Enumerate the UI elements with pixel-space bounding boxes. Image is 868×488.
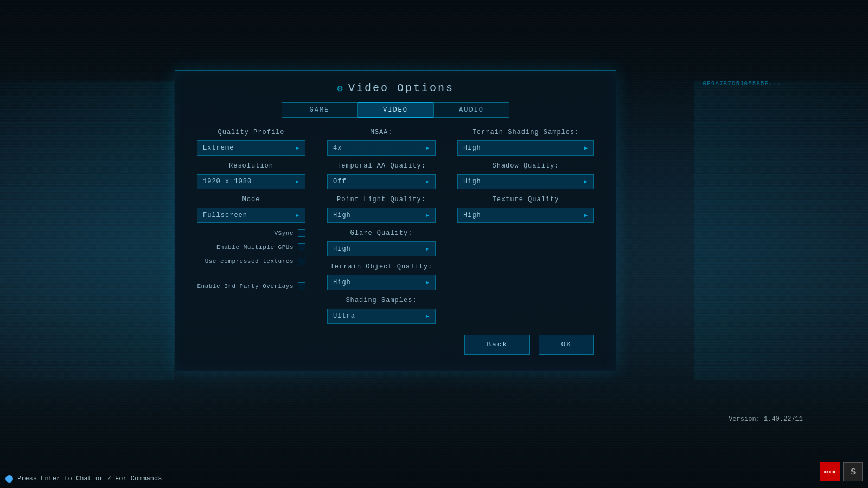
quality-profile-value: Extreme [203, 144, 234, 152]
resolution-arrow: ▶ [296, 178, 299, 185]
msaa-value: 4x [333, 144, 342, 152]
chat-indicator [5, 475, 13, 483]
video-options-dialog: ⚙ Video Options GAME VIDEO AUDIO Quality… [175, 70, 616, 371]
terrain-object-value: High [333, 279, 351, 286]
gs-logo: 𝕊 [843, 462, 863, 481]
texture-quality-value: High [463, 211, 481, 219]
chat-bar: Press Enter to Chat or / For Commands [5, 475, 162, 483]
terrain-object-arrow: ▶ [426, 279, 430, 286]
point-light-dropdown[interactable]: High ▶ [327, 208, 436, 223]
third-party-overlays-label: Enable 3rd Party Overlays [197, 283, 293, 290]
terrain-shading-dropdown[interactable]: High ▶ [457, 140, 594, 156]
shading-samples-arrow: ▶ [426, 313, 430, 319]
third-party-overlays-row: Enable 3rd Party Overlays [197, 282, 305, 290]
vsync-checkbox[interactable] [298, 229, 305, 237]
temporal-aa-value: Off [333, 178, 347, 185]
background-right-fx [694, 81, 868, 380]
msaa-arrow: ▶ [426, 145, 430, 151]
ok-button[interactable]: OK [539, 335, 594, 355]
shading-samples-dropdown[interactable]: Ultra ▶ [327, 309, 436, 324]
glare-dropdown[interactable]: High ▶ [327, 241, 436, 256]
dialog-content: Quality Profile Extreme ▶ Resolution 192… [175, 129, 616, 330]
terrain-shading-value: High [463, 144, 481, 152]
shadow-quality-dropdown[interactable]: High ▶ [457, 174, 594, 189]
glare-label: Glare Quality: [327, 229, 436, 237]
version-text: Version: 1.40.22711 [729, 415, 803, 423]
terrain-shading-label: Terrain Shading Samples: [457, 129, 594, 136]
shadow-quality-label: Shadow Quality: [457, 162, 594, 170]
dialog-header: ⚙ Video Options [175, 71, 616, 102]
shadow-quality-arrow: ▶ [584, 178, 588, 185]
quality-profile-label: Quality Profile [197, 129, 305, 136]
shading-samples-value: Ultra [333, 312, 355, 320]
third-party-overlays-checkbox[interactable] [298, 282, 305, 290]
logo-area: OXIDE 𝕊 [820, 462, 863, 481]
msaa-dropdown[interactable]: 4x ▶ [327, 140, 436, 156]
action-bar: Back OK [464, 335, 594, 355]
dialog-title: Video Options [348, 82, 454, 94]
mode-dropdown[interactable]: Fullscreen ▶ [197, 208, 305, 223]
middle-panel: MSAA: 4x ▶ Temporal AA Quality: Off ▶ Po… [327, 129, 436, 330]
compressed-textures-checkbox[interactable] [298, 258, 305, 265]
shading-samples-label: Shading Samples: [327, 297, 436, 304]
texture-quality-arrow: ▶ [584, 212, 588, 219]
multi-gpu-label: Enable Multiple GPUs [216, 244, 293, 251]
texture-quality-dropdown[interactable]: High ▶ [457, 208, 594, 223]
tab-audio[interactable]: AUDIO [433, 102, 509, 118]
back-button[interactable]: Back [464, 335, 530, 355]
quality-profile-arrow: ▶ [296, 145, 299, 151]
texture-quality-label: Texture Quality [457, 196, 594, 203]
temporal-aa-label: Temporal AA Quality: [327, 162, 436, 170]
tab-game[interactable]: GAME [282, 102, 358, 118]
tab-video[interactable]: VIDEO [358, 102, 433, 118]
msaa-label: MSAA: [327, 129, 436, 136]
mode-arrow: ▶ [296, 212, 299, 219]
oxide-logo: OXIDE [820, 462, 840, 481]
vsync-label: VSync [274, 230, 293, 236]
compressed-textures-row: Use compressed textures [197, 258, 305, 265]
glare-value: High [333, 245, 351, 253]
mode-value: Fullscreen [203, 211, 247, 219]
resolution-label: Resolution [197, 162, 305, 170]
resolution-dropdown[interactable]: 1920 x 1080 ▶ [197, 174, 305, 189]
vsync-row: VSync [197, 229, 305, 237]
resolution-value: 1920 x 1080 [203, 178, 252, 185]
tab-bar: GAME VIDEO AUDIO [282, 102, 509, 118]
temporal-aa-arrow: ▶ [426, 178, 430, 185]
shadow-quality-value: High [463, 178, 481, 185]
terrain-object-dropdown[interactable]: High ▶ [327, 275, 436, 290]
right-panel: Terrain Shading Samples: High ▶ Shadow Q… [457, 129, 594, 330]
temporal-aa-dropdown[interactable]: Off ▶ [327, 174, 436, 189]
point-light-label: Point Light Quality: [327, 196, 436, 203]
hex-code-display: 0E9A7B7D5J05585F... [703, 80, 781, 87]
left-panel: Quality Profile Extreme ▶ Resolution 192… [197, 129, 305, 330]
terrain-object-label: Terrain Object Quality: [327, 263, 436, 271]
multi-gpu-row: Enable Multiple GPUs [197, 243, 305, 251]
compressed-textures-label: Use compressed textures [205, 258, 293, 265]
point-light-value: High [333, 211, 351, 219]
mode-label: Mode [197, 196, 305, 203]
quality-profile-dropdown[interactable]: Extreme ▶ [197, 140, 305, 156]
multi-gpu-checkbox[interactable] [298, 243, 305, 251]
background-left-fx [0, 81, 174, 380]
gear-icon: ⚙ [337, 82, 343, 94]
point-light-arrow: ▶ [426, 212, 430, 219]
glare-arrow: ▶ [426, 246, 430, 252]
terrain-shading-arrow: ▶ [584, 145, 588, 151]
chat-hint-text: Press Enter to Chat or / For Commands [17, 475, 162, 483]
